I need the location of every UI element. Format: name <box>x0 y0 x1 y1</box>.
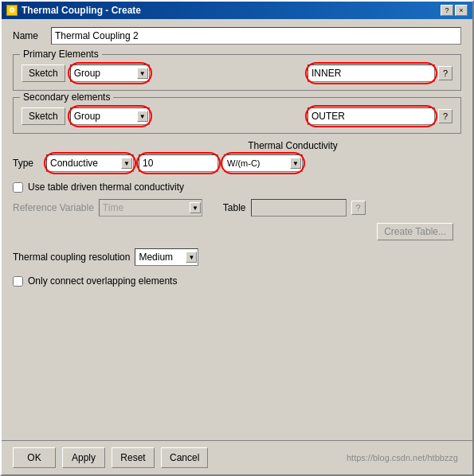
table-driven-label: Use table driven thermal conductivity <box>28 181 184 193</box>
type-select-inner: Conductive Convective Radiative ▼ <box>46 154 134 172</box>
table-driven-row: Use table driven thermal conductivity <box>13 181 461 193</box>
secondary-elements-right: ? <box>308 107 452 125</box>
cancel-button[interactable]: Cancel <box>161 447 208 468</box>
secondary-outer-wrapper <box>308 107 435 125</box>
watermark: https://blog.csdn.net/htbbzzg <box>214 453 461 462</box>
name-label: Name <box>13 30 45 41</box>
secondary-group-select-wrapper: Group Element Body ▼ <box>70 107 150 125</box>
bottom-buttons: OK Apply Reset Cancel https://blog.csdn.… <box>2 440 472 474</box>
resolution-label: Thermal coupling resolution <box>13 252 130 263</box>
type-select[interactable]: Conductive Convective Radiative <box>46 154 134 172</box>
unit-select[interactable]: W/(m-C) W/(m-K) BTU/hr-ft-F <box>223 154 303 172</box>
reference-variable-label: Reference Variable <box>13 202 94 213</box>
secondary-group-select[interactable]: Group Element Body <box>70 107 150 125</box>
title-bar-left: ⚙ Thermal Coupling - Create <box>6 5 141 16</box>
name-input[interactable] <box>51 27 461 45</box>
create-table-row: Create Table... <box>13 223 453 240</box>
primary-elements-right: ? <box>308 64 452 82</box>
table-question-button: ? <box>351 201 366 215</box>
conductivity-value-input[interactable] <box>139 154 218 172</box>
primary-elements-content: Sketch Group Element Body ▼ <box>22 64 452 82</box>
primary-elements-group: Primary Elements Sketch Group Element Bo… <box>13 54 461 91</box>
overlapping-elements-row: Only connect overlapping elements <box>13 275 461 287</box>
dialog-content: Name Primary Elements Sketch Group Eleme… <box>2 19 472 440</box>
primary-elements-title: Primary Elements <box>20 49 102 60</box>
ok-button[interactable]: OK <box>13 447 56 468</box>
resolution-select[interactable]: Coarse Medium Fine <box>135 248 198 266</box>
unit-select-wrapper: W/(m-C) W/(m-K) BTU/hr-ft-F ▼ <box>223 154 303 172</box>
reference-variable-row: Reference Variable Time Temperature ▼ Ta… <box>13 199 461 217</box>
primary-question-button[interactable]: ? <box>438 66 452 80</box>
reset-button[interactable]: Reset <box>112 447 155 468</box>
primary-elements-left: Sketch Group Element Body ▼ <box>22 64 150 82</box>
app-icon: ⚙ <box>6 5 18 16</box>
secondary-elements-content: Sketch Group Element Body ▼ <box>22 107 452 125</box>
name-row: Name <box>13 27 461 45</box>
thermal-conductivity-section: Thermal Conductivity Type Conductive Con… <box>13 140 461 172</box>
ref-select-wrapper: Time Temperature ▼ <box>99 199 202 217</box>
apply-button[interactable]: Apply <box>62 447 105 468</box>
type-select-wrapper: Conductive Convective Radiative ▼ <box>46 154 134 172</box>
overlapping-elements-label: Only connect overlapping elements <box>28 275 177 287</box>
conductivity-value-wrapper <box>139 154 218 172</box>
secondary-question-button[interactable]: ? <box>438 109 452 123</box>
table-label: Table <box>223 202 246 213</box>
main-window: ⚙ Thermal Coupling - Create ? × Name Pri… <box>0 0 474 476</box>
close-button[interactable]: × <box>455 5 468 16</box>
primary-sketch-button[interactable]: Sketch <box>22 64 65 82</box>
secondary-elements-left: Sketch Group Element Body ▼ <box>22 107 150 125</box>
title-bar-buttons: ? × <box>441 5 468 16</box>
resolution-row: Thermal coupling resolution Coarse Mediu… <box>13 248 461 266</box>
secondary-elements-group: Secondary elements Sketch Group Element … <box>13 97 461 134</box>
primary-group-select-inner: Group Element Body ▼ <box>70 64 150 82</box>
create-table-button: Create Table... <box>377 223 453 240</box>
reference-variable-select: Time Temperature <box>99 199 202 217</box>
window-title: Thermal Coupling - Create <box>22 5 141 16</box>
overlapping-elements-checkbox[interactable] <box>13 276 23 287</box>
title-bar: ⚙ Thermal Coupling - Create ? × <box>2 2 472 19</box>
table-input <box>251 199 347 217</box>
help-button[interactable]: ? <box>441 5 453 16</box>
secondary-elements-title: Secondary elements <box>20 92 113 103</box>
thermal-conductivity-header: Thermal Conductivity <box>124 140 461 151</box>
primary-inner-wrapper <box>308 64 435 82</box>
primary-group-select-wrapper: Group Element Body ▼ <box>70 64 150 82</box>
table-driven-checkbox[interactable] <box>13 182 23 193</box>
secondary-group-select-inner: Group Element Body ▼ <box>70 107 150 125</box>
primary-group-select[interactable]: Group Element Body <box>70 64 150 82</box>
secondary-sketch-button[interactable]: Sketch <box>22 107 65 125</box>
type-row: Type Conductive Convective Radiative ▼ <box>13 154 461 172</box>
type-label: Type <box>13 158 41 169</box>
primary-inner-input[interactable] <box>308 64 435 82</box>
unit-select-inner: W/(m-C) W/(m-K) BTU/hr-ft-F ▼ <box>223 154 303 172</box>
secondary-outer-input[interactable] <box>308 107 435 125</box>
resolution-select-wrapper: Coarse Medium Fine ▼ <box>135 248 198 266</box>
